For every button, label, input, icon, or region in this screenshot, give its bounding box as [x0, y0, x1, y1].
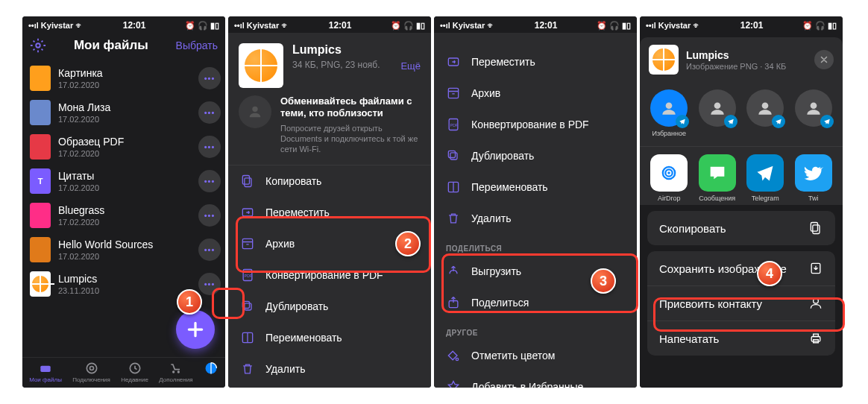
share-app[interactable]: Telegram: [746, 154, 784, 202]
file-date: 17.02.2020: [58, 218, 191, 227]
share-action-сохранить-изображение[interactable]: Сохранить изображение: [647, 251, 835, 286]
tab-0[interactable]: Мои файлы: [29, 361, 62, 383]
tab-4[interactable]: [204, 361, 218, 383]
tab-3[interactable]: Дополнения: [159, 361, 192, 383]
tab-1[interactable]: Подключения: [72, 361, 110, 383]
svg-point-6: [177, 370, 180, 373]
action-переименовать[interactable]: Переименовать: [228, 322, 431, 353]
file-date: 17.02.2020: [58, 252, 191, 261]
add-button[interactable]: [176, 310, 215, 349]
tab-label: Недавние: [121, 376, 148, 383]
svg-point-3: [89, 367, 93, 370]
more-icon[interactable]: •••: [198, 239, 221, 261]
more-icon[interactable]: •••: [198, 136, 221, 158]
svg-point-26: [456, 358, 458, 360]
file-row[interactable]: Образец PDF17.02.2020•••: [22, 130, 225, 164]
file-row[interactable]: TЦитаты17.02.2020•••: [22, 164, 225, 198]
screen-file-actions-scroll: ••ılKyivstarᯤ 12:01 ⏰🎧▮▯ ПереместитьАрхи…: [434, 16, 637, 388]
more-icon[interactable]: •••: [198, 101, 221, 124]
action-icon: [808, 331, 823, 346]
app-icon: [795, 154, 832, 192]
share-app[interactable]: Сообщения: [699, 154, 737, 202]
file-thumbnail: [239, 43, 283, 88]
share-contact[interactable]: [795, 89, 833, 137]
file-icon: [30, 271, 51, 297]
file-thumbnail: [649, 45, 679, 75]
file-date: 23.11.2010: [58, 286, 191, 295]
file-row[interactable]: Hello World Sources17.02.2020•••: [22, 233, 225, 267]
action-label: Дублировать: [265, 300, 328, 312]
status-bar: ••ılKyivstarᯤ 12:01 ⏰🎧▮▯: [434, 16, 637, 33]
share-app[interactable]: AirDrop: [650, 154, 688, 202]
file-date: 17.02.2020: [58, 115, 191, 124]
more-icon[interactable]: •••: [198, 273, 221, 295]
annotation-badge-4: 4: [757, 261, 782, 286]
telegram-badge-icon: [724, 115, 738, 128]
action-label: Архив: [471, 87, 500, 99]
file-icon: [30, 100, 51, 125]
action-архив[interactable]: Архив: [434, 78, 637, 109]
action-label: Отметить цветом: [471, 350, 555, 362]
action-дублировать[interactable]: Дублировать: [228, 291, 431, 322]
share-file-meta: Изображение PNG · 34 КБ: [686, 62, 786, 71]
action-добавить-в-избранные[interactable]: Добавить в Избранные: [434, 371, 637, 388]
file-row[interactable]: Картинка17.02.2020•••: [22, 61, 225, 95]
action-label: Присвоить контакту: [659, 297, 762, 310]
nearby-title: Обменивайтесь файлами с теми, кто поблиз…: [280, 95, 421, 120]
share-app[interactable]: Twi: [795, 154, 833, 202]
file-row[interactable]: Bluegrass17.02.2020•••: [22, 198, 225, 233]
screen-share-sheet: ••ılKyivstarᯤ 12:01 ⏰🎧▮▯ Lumpics Изображ…: [640, 16, 843, 388]
svg-rect-9: [245, 178, 251, 187]
action-переместить[interactable]: Переместить: [434, 46, 637, 78]
more-link[interactable]: Ещё: [400, 60, 421, 72]
svg-rect-16: [242, 302, 249, 309]
action-копировать[interactable]: Копировать: [228, 165, 431, 197]
person-icon: [239, 95, 271, 128]
more-icon[interactable]: •••: [198, 170, 221, 192]
tab-2[interactable]: Недавние: [121, 361, 148, 383]
action-конвертирование-в-pdf[interactable]: PDFКонвертирование в PDF: [434, 109, 637, 140]
share-action-напечатать[interactable]: Напечатать: [647, 321, 835, 356]
share-action-скопировать[interactable]: Скопировать: [647, 211, 835, 245]
select-button[interactable]: Выбрать: [176, 40, 218, 51]
action-удалить[interactable]: Удалить: [434, 203, 637, 234]
svg-point-5: [172, 370, 174, 373]
file-name: Картинка: [58, 67, 191, 79]
file-name: Образец PDF: [58, 136, 191, 148]
status-bar: ••ılKyivstarᯤ 12:01 ⏰🎧▮▯: [22, 16, 225, 33]
svg-point-8: [252, 107, 257, 112]
close-icon[interactable]: [814, 50, 834, 69]
file-row[interactable]: Мона Лиза17.02.2020•••: [22, 95, 225, 130]
action-label: Конвертирование в PDF: [471, 119, 589, 130]
action-удалить[interactable]: Удалить: [228, 353, 431, 385]
action-label: Конвертирование в PDF: [265, 269, 383, 281]
clock: 12:01: [123, 20, 146, 31]
action-отметить-цветом[interactable]: Отметить цветом: [434, 340, 637, 371]
share-contact[interactable]: Избранное: [650, 89, 688, 137]
other-header: ДРУГОЕ: [434, 318, 637, 340]
annotation-badge-2: 2: [395, 231, 421, 256]
svg-rect-12: [242, 239, 252, 249]
file-date: 17.02.2020: [58, 149, 191, 158]
share-action-присвоить-контакту[interactable]: Присвоить контакту: [647, 286, 835, 321]
svg-point-2: [87, 363, 96, 373]
action-конвертирование-в-pdf[interactable]: PDFКонвертирование в PDF: [228, 259, 431, 291]
action-label: Копировать: [265, 175, 321, 187]
action-label: Напечатать: [659, 332, 719, 345]
share-file-name: Lumpics: [686, 49, 786, 61]
tab-icon: [169, 361, 183, 376]
action-icon: [446, 148, 461, 163]
action-дублировать[interactable]: Дублировать: [434, 140, 637, 171]
more-icon[interactable]: •••: [198, 204, 221, 227]
svg-point-0: [36, 43, 40, 48]
gear-icon[interactable]: [30, 37, 46, 54]
svg-rect-10: [242, 176, 249, 185]
share-contact[interactable]: [699, 89, 737, 137]
more-icon[interactable]: •••: [198, 67, 221, 89]
svg-rect-1: [40, 366, 50, 372]
share-contact[interactable]: [746, 89, 784, 137]
action-переместить[interactable]: Переместить: [228, 197, 431, 228]
app-label: Twi: [808, 195, 819, 202]
action-переименовать[interactable]: Переименовать: [434, 171, 637, 203]
svg-point-30: [810, 102, 817, 109]
